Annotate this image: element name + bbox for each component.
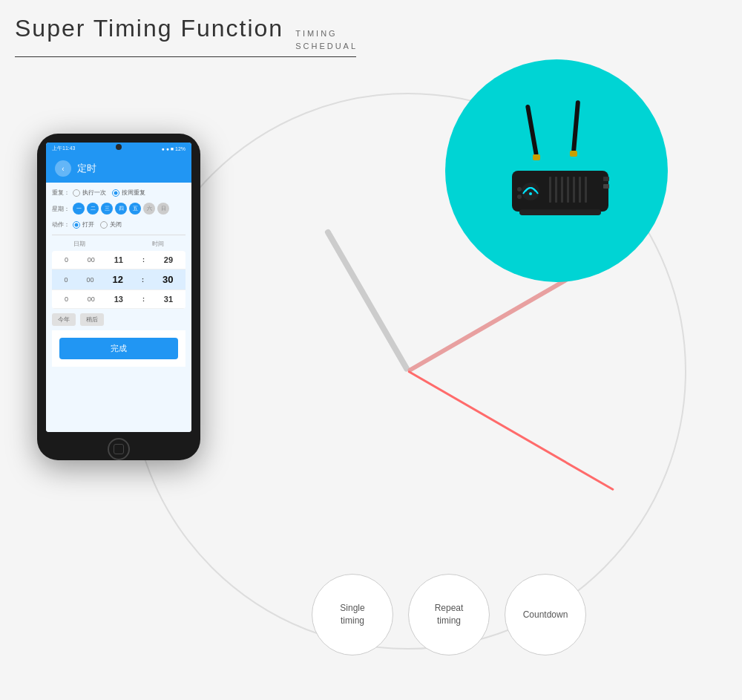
back-button[interactable]: ‹	[55, 160, 71, 177]
page-header: Super Timing Function TIMING SCHEDUAL	[15, 15, 358, 57]
day-sat[interactable]: 六	[143, 203, 155, 215]
phone-footer: 完成	[52, 330, 186, 367]
action-on-label: 打开	[82, 220, 94, 229]
phone-content: 重复： 执行一次 按周重复 星期：	[46, 183, 191, 432]
feature-repeat: Repeat timing	[408, 574, 490, 655]
home-button[interactable]	[108, 438, 130, 460]
option-repeat[interactable]: 按周重复	[112, 189, 145, 197]
phone-mockup: 上午11:43 ● ● ■ 12% ‹ 定时 重复： 执行一次	[37, 134, 200, 460]
hour-hand	[324, 228, 411, 373]
repeat-label: 重复：	[52, 189, 73, 197]
page-title: Super Timing Function	[15, 15, 283, 42]
feature-single-line2: timing	[341, 615, 364, 627]
date-1: 0	[65, 256, 68, 264]
svg-rect-4	[512, 171, 608, 212]
svg-rect-5	[549, 177, 551, 203]
subtitle-line1: TIMING	[295, 28, 358, 39]
time-row-3[interactable]: 0 00 13 : 31	[52, 290, 186, 309]
time-table-header: 日期 时间	[52, 240, 186, 248]
radio-off	[100, 221, 108, 229]
action-off-label: 关闭	[110, 220, 122, 229]
radio-repeat	[112, 189, 119, 197]
day-sun[interactable]: 日	[157, 203, 169, 215]
action-label: 动作：	[52, 220, 73, 229]
svg-rect-1	[571, 100, 580, 152]
time-rows: 0 00 11 : 29 0 00 12 : 30 0	[52, 251, 186, 309]
phone-camera	[116, 144, 122, 150]
svg-rect-11	[585, 177, 587, 203]
action-off[interactable]: 关闭	[100, 220, 122, 229]
date-3: 0	[65, 295, 68, 303]
time-row-1[interactable]: 0 00 11 : 29	[52, 251, 186, 269]
btn-later[interactable]: 稍后	[80, 313, 104, 326]
svg-rect-15	[603, 184, 609, 189]
option-single-label: 执行一次	[82, 189, 106, 197]
svg-rect-6	[555, 177, 557, 203]
svg-rect-8	[567, 177, 569, 203]
status-icons: ● ● ■ 12%	[161, 146, 186, 151]
day-wed[interactable]: 三	[101, 203, 113, 215]
phone-screen: 上午11:43 ● ● ■ 12% ‹ 定时 重复： 执行一次	[46, 143, 191, 432]
svg-point-12	[522, 183, 539, 200]
svg-rect-7	[561, 177, 563, 203]
svg-rect-18	[519, 209, 601, 215]
svg-rect-2	[533, 154, 540, 160]
nav-title: 定时	[77, 162, 96, 175]
svg-rect-0	[525, 105, 539, 157]
back-icon: ‹	[62, 165, 64, 173]
date-2: 0	[65, 276, 68, 284]
svg-point-13	[529, 192, 532, 195]
svg-rect-10	[579, 177, 581, 203]
repeat-row: 重复： 执行一次 按周重复	[52, 189, 186, 197]
radio-single	[73, 189, 80, 197]
action-on[interactable]: 打开	[73, 220, 94, 229]
option-single[interactable]: 执行一次	[73, 189, 106, 197]
day-tue[interactable]: 二	[87, 203, 99, 215]
phone-body: 上午11:43 ● ● ■ 12% ‹ 定时 重复： 执行一次	[37, 134, 200, 460]
hour-2: 00	[87, 276, 94, 284]
content-divider	[52, 235, 186, 235]
feature-repeat-line1: Repeat	[435, 602, 464, 615]
device-circle	[445, 59, 668, 282]
h-2: 12	[113, 274, 123, 285]
home-button-inner	[114, 444, 124, 454]
svg-rect-14	[603, 177, 609, 181]
feature-repeat-line2: timing	[437, 615, 461, 627]
header-divider	[15, 56, 356, 57]
hour-3: 00	[88, 295, 95, 303]
day-mon[interactable]: 一	[73, 203, 85, 215]
subtitle-line2: SCHEDUAL	[295, 41, 358, 52]
action-buttons: 今年 稍后	[52, 313, 186, 326]
status-time: 上午11:43	[52, 145, 76, 152]
day-thu[interactable]: 四	[115, 203, 127, 215]
m-2: 30	[162, 274, 173, 285]
day-fri[interactable]: 五	[129, 203, 141, 215]
option-repeat-label: 按周重复	[122, 189, 145, 197]
hour-1: 00	[88, 256, 95, 264]
radio-on	[73, 221, 80, 229]
phone-nav-bar: ‹ 定时	[46, 154, 191, 183]
m-1: 29	[164, 255, 173, 264]
day-badges: 一 二 三 四 五 六 日	[73, 203, 169, 215]
router-svg	[482, 97, 631, 245]
svg-point-17	[517, 194, 522, 199]
action-options: 打开 关闭	[73, 220, 122, 229]
weekday-row: 星期： 一 二 三 四 五 六 日	[52, 203, 186, 215]
second-hand	[407, 370, 614, 491]
btn-complete[interactable]: 完成	[59, 338, 178, 359]
svg-rect-3	[570, 151, 577, 157]
h-1: 11	[114, 255, 123, 264]
time-row-2[interactable]: 0 00 12 : 30	[52, 269, 186, 290]
weekday-label: 星期：	[52, 205, 73, 213]
svg-point-16	[517, 187, 522, 192]
action-row: 动作： 打开 关闭	[52, 220, 186, 229]
repeat-options: 执行一次 按周重复	[73, 189, 145, 197]
h-3: 13	[114, 295, 123, 304]
features-section: Single timing Repeat timing Countdown	[312, 574, 586, 655]
device-container	[445, 59, 668, 282]
feature-single-line1: Single	[340, 602, 364, 615]
svg-rect-9	[573, 177, 575, 203]
btn-this-year[interactable]: 今年	[52, 313, 76, 326]
m-3: 31	[164, 295, 173, 304]
col-date-label: 日期	[73, 240, 85, 248]
